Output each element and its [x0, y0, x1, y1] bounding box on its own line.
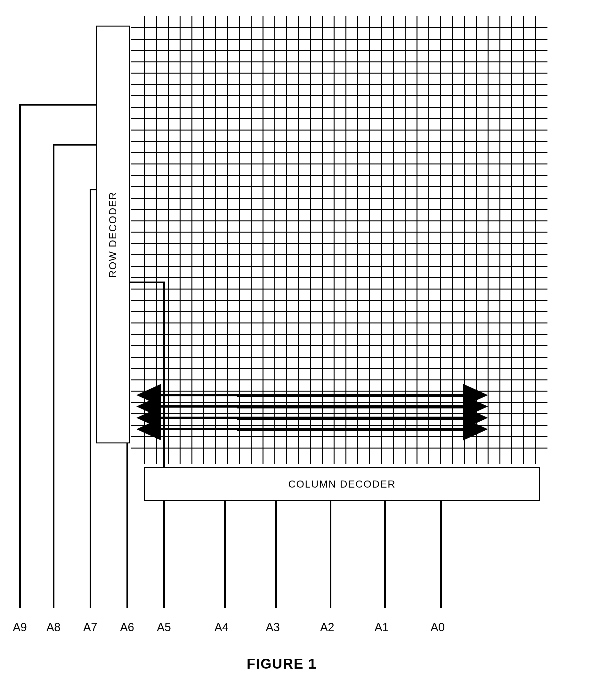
addr-wire-A4	[224, 499, 226, 608]
addr-wire-A2	[330, 499, 331, 608]
addr-label-A5: A5	[157, 621, 171, 634]
addr-label-A8: A8	[46, 621, 61, 634]
wordline-arrows	[9, 9, 554, 457]
addr-label-A0: A0	[431, 621, 445, 634]
addr-wire-A0	[440, 499, 442, 608]
addr-label-A7: A7	[83, 621, 97, 634]
memory-decoder-diagram: ROW DECODER COLUMN DECODER A9A8A7A6A5A4A…	[9, 9, 554, 681]
addr-label-A9: A9	[13, 621, 27, 634]
addr-label-A3: A3	[266, 621, 280, 634]
row-decoder-label: ROW DECODER	[107, 191, 119, 277]
col-decoder-label: COLUMN DECODER	[288, 478, 396, 490]
figure-label: FIGURE 1	[9, 656, 554, 672]
addr-wire-A3	[275, 499, 277, 608]
addr-wire-A1	[384, 499, 386, 608]
addr-label-A1: A1	[375, 621, 389, 634]
addr-label-A2: A2	[320, 621, 334, 634]
col-decoder-block: COLUMN DECODER	[144, 467, 540, 501]
addr-label-A4: A4	[215, 621, 229, 634]
addr-label-A6: A6	[120, 621, 134, 634]
row-decoder-block: ROW DECODER	[96, 26, 130, 444]
